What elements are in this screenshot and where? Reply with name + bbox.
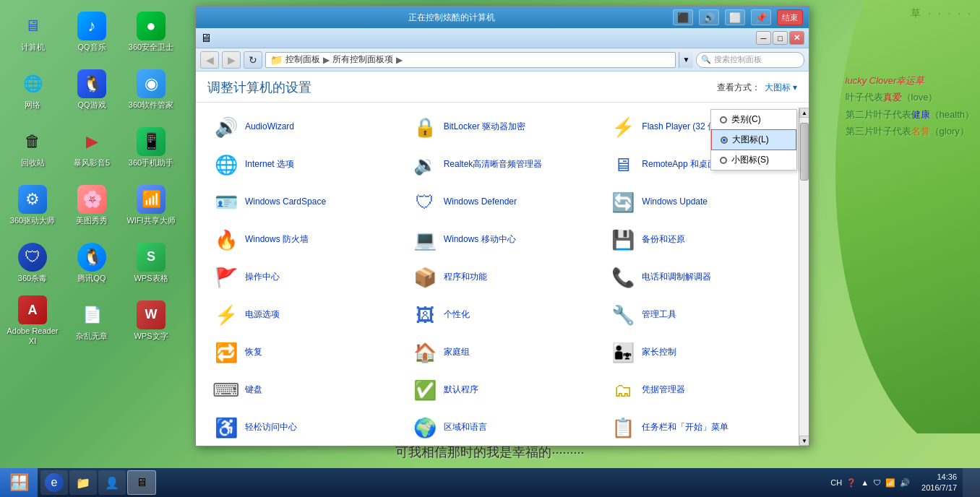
dropdown-item-large[interactable]: 大图标(L)	[711, 129, 796, 150]
close-button[interactable]: ✕	[789, 31, 804, 45]
cp-item-defender[interactable]: 🛡 Windows Defender	[406, 185, 599, 220]
remote-monitor-btn[interactable]: ⬛	[673, 9, 693, 25]
remote-end-btn[interactable]: 结束	[777, 9, 803, 25]
remote-controls: ⬛ 🔊 ⬜ 📌 结束	[673, 9, 803, 25]
remote-speaker-btn[interactable]: 🔊	[699, 9, 719, 25]
desktop-icon-qqgame[interactable]: 🐧 QQ游戏	[63, 61, 121, 118]
tray-help[interactable]: ❓	[846, 478, 856, 488]
forward-button[interactable]: ▶	[222, 51, 241, 69]
desktop-icon-wps-table[interactable]: S WPS表格	[122, 235, 180, 291]
taskbar-controlpanel-active[interactable]: 🖥	[127, 470, 156, 495]
misc-icon: 📄	[77, 301, 106, 329]
cp-item-admin[interactable]: 🔧 管理工具	[604, 298, 797, 332]
recycle-label: 回收站	[21, 158, 45, 168]
defaults-label: 默认程序	[444, 384, 478, 396]
cp-item-programs[interactable]: 📦 程序和功能	[406, 260, 599, 295]
taskbar-user[interactable]: 👤	[98, 470, 126, 495]
address-dropdown-btn[interactable]: ▼	[679, 52, 693, 68]
wifi-label: WIFI共享大师	[126, 216, 175, 225]
desktop-icon-wifi[interactable]: 📶 WIFI共享大师	[122, 177, 180, 233]
qqgame-icon: 🐧	[77, 69, 106, 98]
cp-item-action-center[interactable]: 🚩 操作中心	[207, 260, 400, 295]
desktop-icon-360av[interactable]: 🛡 360杀毒	[4, 235, 61, 291]
scrollbar[interactable]: ▲ ▼	[799, 108, 809, 446]
wifi-icon: 📶	[137, 185, 166, 214]
window-titlebar: 🖥 ─ □ ✕	[196, 28, 809, 48]
qqmusic-icon: ♪	[77, 12, 106, 40]
defender-icon: 🛡	[412, 189, 438, 215]
search-box[interactable]: 🔍 搜索控制面板	[696, 52, 804, 68]
cp-item-credentials[interactable]: 🗂 凭据管理器	[604, 373, 797, 407]
dropdown-item-small[interactable]: 小图标(S)	[711, 150, 796, 170]
mobility-label: Windows 移动中心	[444, 234, 516, 246]
taskbar-ie[interactable]: e	[40, 470, 68, 495]
cp-item-taskbar[interactable]: 📋 任务栏和「开始」菜单	[604, 410, 797, 441]
desktop-icon-360driver[interactable]: ⚙ 360驱动大师	[4, 177, 61, 233]
taskbar-items: e 📁 👤 🖥	[38, 470, 825, 495]
desktop-icon-network[interactable]: 🌐 网络	[4, 61, 61, 118]
address-bar[interactable]: 📁 控制面板 ▶ 所有控制面板项 ▶	[265, 52, 676, 68]
credentials-label: 凭据管理器	[642, 384, 685, 396]
cp-item-personalize[interactable]: 🖼 个性化	[406, 298, 599, 332]
maximize-button[interactable]: □	[773, 31, 788, 45]
content-area: 调整计算机的设置 查看方式： 大图标 ▾ 类别(C) 大图标(L)	[196, 72, 809, 446]
cp-item-firewall[interactable]: 🔥 Windows 防火墙	[207, 222, 400, 257]
cp-item-backup[interactable]: 💾 备份和还原	[604, 222, 797, 257]
action-center-label: 操作中心	[245, 272, 280, 283]
desktop-icon-qq[interactable]: 🐧 腾讯QQ	[63, 235, 121, 291]
cp-item-power[interactable]: ⚡ 电源选项	[207, 298, 400, 332]
desktop-icon-computer[interactable]: 🖥 计算机	[4, 4, 61, 60]
cp-item-defaults[interactable]: ✅ 默认程序	[406, 373, 599, 407]
desktop-icon-360mgr[interactable]: ◉ 360软件管家	[122, 61, 180, 118]
taskbar-file-explorer[interactable]: 📁	[69, 470, 97, 495]
360phone-icon: 📱	[137, 127, 166, 156]
desktop-icon-360safe[interactable]: ● 360安全卫士	[122, 4, 180, 60]
cp-item-bitlocker[interactable]: 🔒 BitLocker 驱动器加密	[406, 110, 599, 144]
address-folder-icon: 📁	[270, 54, 283, 66]
cp-item-realtek[interactable]: 🔉 Realtek高清晰音频管理器	[406, 147, 599, 182]
tray-volume[interactable]: 🔊	[900, 478, 910, 488]
scrollbar-down[interactable]: ▼	[799, 436, 809, 446]
cp-item-parental[interactable]: 👨‍👧 家长控制	[604, 335, 797, 370]
bitlocker-icon: 🔒	[412, 114, 438, 140]
cp-item-recovery[interactable]: 🔁 恢复	[207, 335, 400, 370]
cp-item-phone-modem[interactable]: 📞 电话和调制解调器	[604, 260, 797, 295]
desktop-icon-meitu[interactable]: 🌸 美图秀秀	[63, 177, 121, 233]
dropdown-item-category[interactable]: 类别(C)	[711, 110, 796, 129]
desktop-icon-360phone[interactable]: 📱 360手机助手	[122, 119, 180, 176]
start-button[interactable]: 🪟	[0, 468, 38, 497]
desktop-icon-adobe[interactable]: A Adobe Reader XI	[4, 293, 61, 349]
scrollbar-thumb[interactable]	[800, 123, 809, 181]
refresh-button[interactable]: ↻	[244, 51, 262, 69]
cp-item-audiowizard[interactable]: 🔊 AudioWizard	[207, 110, 400, 144]
remote-resize-btn[interactable]: ⬜	[725, 9, 745, 25]
back-button[interactable]: ◀	[200, 51, 219, 69]
cp-item-ease-access[interactable]: ♿ 轻松访问中心	[207, 410, 400, 441]
remote-pin-btn[interactable]: 📌	[751, 9, 771, 25]
tray-ch: CH	[830, 478, 842, 487]
cp-item-internet[interactable]: 🌐 Internet 选项	[207, 147, 400, 182]
cp-item-region[interactable]: 🌍 区域和语言	[406, 410, 599, 441]
tray-up-arrow[interactable]: ▲	[861, 478, 869, 487]
taskbar-clock[interactable]: 14:36 2016/7/17	[916, 472, 963, 494]
desktop-icon-storm[interactable]: ▶ 暴风影音5	[63, 119, 121, 176]
taskbar-icon: 📋	[610, 415, 636, 441]
window-icon: 🖥	[200, 32, 212, 45]
cp-item-cardspace[interactable]: 🪪 Windows CardSpace	[207, 185, 400, 220]
minimize-button[interactable]: ─	[756, 31, 771, 45]
wps-table-label: WPS表格	[134, 274, 168, 283]
desktop-icon-recycle[interactable]: 🗑 回收站	[4, 119, 61, 176]
desktop-icon-misc[interactable]: 📄 杂乱无章	[63, 293, 121, 349]
view-mode-button[interactable]: 大图标 ▾	[765, 82, 797, 94]
desktop-icon-wps-text[interactable]: W WPS文字	[122, 293, 180, 349]
clock-date: 2016/7/17	[921, 483, 957, 493]
cp-item-mobility[interactable]: 💻 Windows 移动中心	[406, 222, 599, 257]
scrollbar-up[interactable]: ▲	[799, 108, 809, 118]
cp-item-windows-update[interactable]: 🔄 Windows Update	[604, 185, 797, 220]
qqgame-label: QQ游戏	[77, 100, 106, 110]
cp-item-keyboard[interactable]: ⌨ 键盘	[207, 373, 400, 407]
show-desktop-button[interactable]	[963, 468, 980, 497]
remote-titlebar: 正在控制炫酷的计算机 ⬛ 🔊 ⬜ 📌 结束	[196, 7, 809, 28]
desktop-icon-qqmusic[interactable]: ♪ QQ音乐	[63, 4, 121, 60]
cp-item-homegroup[interactable]: 🏠 家庭组	[406, 335, 599, 370]
